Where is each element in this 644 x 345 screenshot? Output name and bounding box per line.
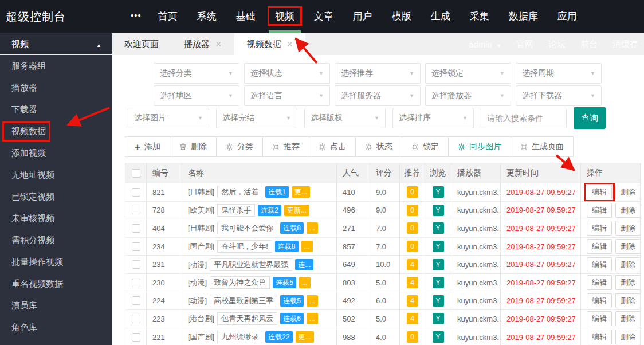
recommend-badge[interactable]: 0 (407, 331, 418, 343)
recommend-badge[interactable]: 0 (407, 222, 418, 234)
delete-button[interactable]: 删除 (615, 185, 641, 199)
view-badge[interactable]: Y (433, 241, 444, 252)
toolbar-button[interactable]: 添加 (125, 137, 170, 156)
tab[interactable]: 视频数据 (234, 33, 306, 55)
row-checkbox[interactable] (132, 206, 140, 214)
tab[interactable]: 播放器 (171, 33, 234, 55)
view-badge[interactable]: Y (433, 205, 444, 216)
edit-button[interactable]: 编辑 (587, 221, 612, 236)
nav-item[interactable]: 系统 (189, 0, 225, 33)
toolbar-button[interactable]: 锁定 (402, 137, 449, 156)
user-menu[interactable]: admin (469, 40, 501, 49)
edit-button[interactable]: 编辑 (587, 203, 612, 218)
sidebar-item[interactable]: 需积分视频 (0, 229, 112, 251)
row-checkbox[interactable] (132, 242, 140, 251)
toolbar-button[interactable]: 分类 (217, 137, 263, 156)
recommend-badge[interactable]: 4 (407, 277, 418, 288)
edit-button[interactable]: 编辑 (587, 293, 612, 308)
filter-select[interactable]: 选择服务器 (335, 85, 421, 106)
toolbar-button[interactable]: 同步图片 (449, 137, 511, 156)
delete-button[interactable]: 删除 (615, 275, 641, 290)
recommend-badge[interactable]: 4 (407, 259, 418, 270)
edit-button[interactable]: 编辑 (587, 185, 612, 199)
nav-item[interactable]: 文章 (305, 0, 342, 33)
sidebar-item[interactable]: 视频数据 (0, 120, 112, 142)
filter-select[interactable]: 选择周期 (516, 63, 602, 84)
edit-button[interactable]: 编辑 (587, 275, 612, 290)
tab-close-icon[interactable] (215, 39, 222, 49)
row-checkbox[interactable] (132, 333, 140, 342)
filter-select[interactable]: 选择图片 (128, 108, 209, 128)
filter-select[interactable]: 选择排序 (392, 108, 474, 128)
user-link[interactable]: 清缓存 (612, 39, 638, 50)
sidebar-item[interactable]: 角色库 (0, 316, 112, 338)
row-checkbox[interactable] (132, 188, 140, 197)
filter-select[interactable]: 选择完结 (216, 108, 297, 128)
nav-item[interactable]: 采集 (461, 0, 498, 33)
delete-button[interactable]: 删除 (615, 257, 641, 272)
recommend-badge[interactable]: 0 (407, 205, 418, 216)
sidebar-item[interactable]: 批量操作视频 (0, 251, 112, 273)
nav-item[interactable]: 用户 (344, 0, 381, 33)
filter-select[interactable]: 选择下载器 (516, 85, 602, 106)
edit-button[interactable]: 编辑 (587, 257, 612, 272)
view-badge[interactable]: Y (433, 259, 444, 270)
nav-item[interactable]: 模版 (383, 0, 420, 33)
view-badge[interactable]: Y (433, 186, 444, 198)
view-badge[interactable]: Y (433, 295, 444, 307)
toolbar-button[interactable]: 状态 (356, 137, 402, 156)
delete-button[interactable]: 删除 (615, 221, 641, 236)
filter-select[interactable]: 选择分类 (154, 63, 239, 84)
view-badge[interactable]: Y (433, 313, 444, 324)
filter-select[interactable]: 选择语言 (244, 85, 330, 106)
row-checkbox[interactable] (132, 260, 140, 269)
user-link[interactable]: 官网 (516, 39, 533, 50)
toolbar-button[interactable]: 生成页面 (511, 137, 574, 156)
query-button[interactable]: 查询 (574, 107, 606, 129)
recommend-badge[interactable]: 4 (407, 313, 418, 324)
sidebar-item[interactable]: 下载器 (0, 99, 112, 120)
row-checkbox[interactable] (132, 315, 140, 323)
tab[interactable]: 欢迎页面 (112, 33, 171, 55)
view-badge[interactable]: Y (433, 277, 444, 288)
sidebar-item[interactable]: 重名视频数据 (0, 273, 112, 295)
row-checkbox[interactable] (132, 296, 140, 305)
delete-button[interactable]: 删除 (615, 330, 641, 344)
nav-item[interactable]: 数据库 (500, 0, 547, 33)
sidebar-item[interactable]: 添加视频 (0, 142, 112, 164)
sidebar-item[interactable]: 已锁定视频 (0, 186, 112, 207)
nav-item[interactable]: 基础 (227, 0, 264, 33)
filter-select[interactable]: 选择版权 (304, 108, 386, 128)
filter-select[interactable]: 选择地区 (154, 85, 239, 106)
row-checkbox[interactable] (132, 279, 140, 287)
delete-button[interactable]: 删除 (615, 239, 641, 254)
nav-more-icon[interactable]: ••• (125, 0, 147, 33)
filter-select[interactable]: 选择锁定 (425, 63, 511, 84)
search-input[interactable] (481, 108, 567, 128)
view-badge[interactable]: Y (433, 222, 444, 234)
user-link[interactable]: 前台 (580, 39, 598, 50)
edit-button[interactable]: 编辑 (587, 239, 612, 254)
edit-button[interactable]: 编辑 (587, 330, 612, 344)
filter-select[interactable]: 选择播放器 (425, 85, 511, 106)
filter-select[interactable]: 选择推荐 (335, 63, 421, 84)
sidebar-item[interactable]: 播放器 (0, 77, 112, 99)
recommend-badge[interactable]: 0 (407, 186, 418, 198)
delete-button[interactable]: 删除 (615, 311, 641, 326)
nav-item[interactable]: 生成 (422, 0, 459, 33)
nav-item[interactable]: 首页 (150, 0, 186, 33)
nav-item[interactable]: 应用 (549, 0, 586, 33)
sidebar-group-video[interactable]: 视频 (0, 33, 112, 55)
toolbar-button[interactable]: 点击 (309, 137, 356, 156)
sidebar-item[interactable]: 未审核视频 (0, 207, 112, 229)
delete-button[interactable]: 删除 (615, 203, 641, 218)
toolbar-button[interactable]: 删除 (170, 137, 217, 156)
nav-item[interactable]: 视频 (266, 0, 303, 33)
select-all-checkbox[interactable] (132, 169, 140, 178)
toolbar-button[interactable]: 推荐 (263, 137, 309, 156)
row-checkbox[interactable] (132, 224, 140, 233)
tab-close-icon[interactable] (287, 39, 293, 49)
filter-select[interactable]: 选择状态 (244, 63, 330, 84)
edit-button[interactable]: 编辑 (587, 311, 612, 326)
delete-button[interactable]: 删除 (615, 293, 641, 308)
